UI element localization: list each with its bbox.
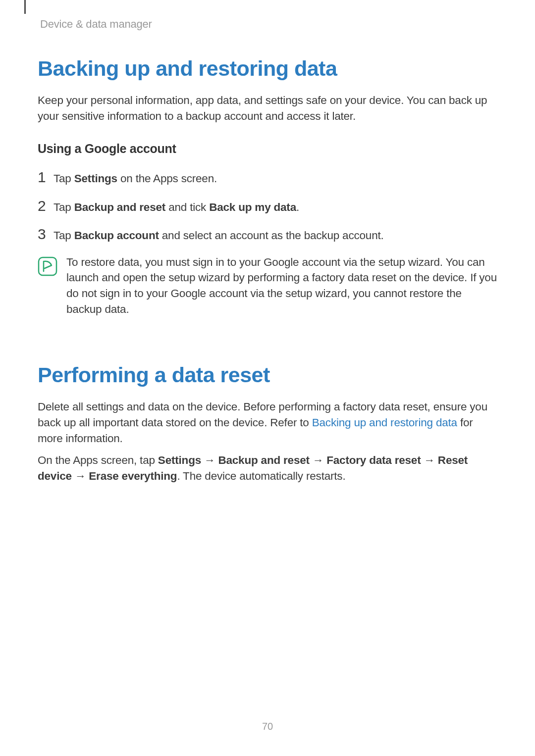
- step-number: 3: [38, 226, 54, 243]
- reset-para-1: Delete all settings and data on the devi…: [38, 399, 497, 447]
- link-backup-restore[interactable]: Backing up and restoring data: [312, 416, 457, 429]
- note-row: To restore data, you must sign in to you…: [38, 254, 497, 318]
- reset-para-2: On the Apps screen, tap Settings → Backu…: [38, 453, 497, 484]
- page-number: 70: [0, 721, 535, 732]
- step-number: 1: [38, 169, 54, 186]
- section-intro: Keep your personal information, app data…: [38, 93, 497, 124]
- section-title-reset: Performing a data reset: [38, 363, 497, 387]
- section-title-backup: Backing up and restoring data: [38, 56, 497, 81]
- page-container: Device & data manager Backing up and res…: [0, 0, 535, 756]
- section-reset: Performing a data reset Delete all setti…: [38, 363, 497, 484]
- step-2: 2 Tap Backup and reset and tick Back up …: [38, 198, 497, 215]
- svg-rect-0: [39, 257, 56, 275]
- breadcrumb: Device & data manager: [40, 18, 497, 31]
- step-1: 1 Tap Settings on the Apps screen.: [38, 169, 497, 187]
- subheading-google: Using a Google account: [38, 142, 497, 156]
- step-text: Tap Backup account and select an account…: [54, 228, 384, 244]
- step-3: 3 Tap Backup account and select an accou…: [38, 226, 497, 244]
- step-number: 2: [38, 198, 54, 214]
- step-text: Tap Backup and reset and tick Back up my…: [54, 200, 299, 215]
- note-text: To restore data, you must sign in to you…: [66, 254, 497, 318]
- step-text: Tap Settings on the Apps screen.: [54, 171, 217, 187]
- note-icon: [38, 256, 57, 276]
